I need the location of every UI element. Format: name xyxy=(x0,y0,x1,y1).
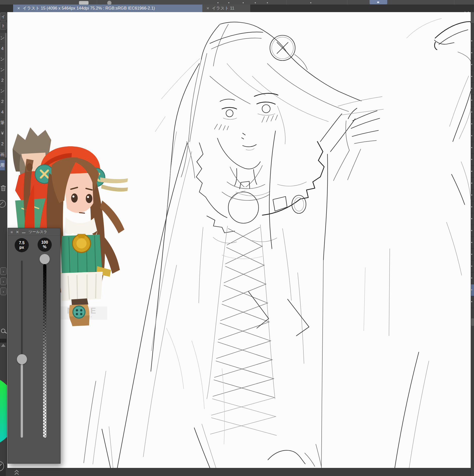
subtool-item[interactable]: ン xyxy=(0,33,5,43)
toolbar-divider xyxy=(347,0,347,5)
right-strip-cell[interactable] xyxy=(471,154,474,166)
right-strip-cell[interactable] xyxy=(471,118,474,130)
right-strip-cell[interactable] xyxy=(471,249,474,261)
triangle-icon xyxy=(1,344,6,347)
right-strip-cell[interactable] xyxy=(471,272,474,284)
menu-icon[interactable]: ≡ xyxy=(11,230,13,234)
right-strip-cell[interactable] xyxy=(471,261,474,272)
magnifier-icon[interactable] xyxy=(1,329,7,335)
close-icon[interactable]: ✕ xyxy=(16,230,19,234)
right-strip-cell[interactable] xyxy=(471,296,474,308)
close-icon[interactable]: ✕ xyxy=(17,7,20,10)
mini-value-field[interactable] xyxy=(0,339,6,343)
tab-illustration-15[interactable]: ✕ イラスト 15 (4096 x 5464px 144dpi 75.2% : … xyxy=(13,5,202,12)
toolbar-active-tool-button[interactable] xyxy=(370,0,387,4)
stepper-button-2[interactable]: ‹ xyxy=(0,277,7,285)
toolbar-divider xyxy=(454,0,454,5)
subtool-item[interactable]: ン xyxy=(0,54,5,64)
expand-up-icon[interactable] xyxy=(14,470,19,475)
right-palette-strip xyxy=(471,12,474,476)
sidebar-scrollbar[interactable] xyxy=(5,33,7,158)
brush-size-knob[interactable] xyxy=(17,354,27,364)
drawing-canvas[interactable]: NLINE o s t e xyxy=(7,12,471,468)
right-strip-cell[interactable] xyxy=(471,47,474,59)
palette-tab-2[interactable]: ト xyxy=(0,22,7,30)
opacity-value: 100 % xyxy=(38,238,52,252)
toolbar-button-fragment[interactable] xyxy=(79,1,89,5)
opacity-knob[interactable] xyxy=(40,254,50,264)
bottom-bar xyxy=(6,468,474,476)
toolbar-icon-fragment[interactable] xyxy=(228,2,229,3)
top-toolbar xyxy=(0,0,474,5)
tab-illustration-11[interactable]: ✕ イラスト 11 xyxy=(202,5,250,12)
subtool-item[interactable]: 4 xyxy=(0,43,5,54)
right-strip-cell[interactable] xyxy=(471,213,474,225)
close-icon[interactable]: ✕ xyxy=(206,7,209,10)
toolbar-icon-fragment[interactable] xyxy=(243,2,244,3)
right-strip-cell[interactable] xyxy=(471,284,474,296)
toolbar-icon-fragment[interactable] xyxy=(217,2,218,3)
minimize-icon[interactable] xyxy=(22,233,25,233)
subtool-list: ン4ンン2ン24筆¥2画用 xyxy=(0,33,5,171)
subtool-item[interactable]: 筆 xyxy=(0,118,5,128)
stepper-button-3[interactable]: ‹ xyxy=(0,288,7,295)
opacity-track[interactable] xyxy=(43,264,46,438)
right-strip-cell[interactable] xyxy=(471,71,474,83)
tool-slider-panel: ≡ ✕ ツールスラ 7.5 px 100 % xyxy=(8,228,61,464)
right-strip-scroll-top[interactable] xyxy=(471,12,474,23)
brush-size-value: 7.5 px xyxy=(15,238,29,252)
palette-tab-1[interactable]: イ xyxy=(0,13,7,21)
toolbar-icon-fragment[interactable] xyxy=(310,2,311,3)
brush-size-track[interactable] xyxy=(21,261,23,359)
subtool-item[interactable]: 画 xyxy=(0,149,5,160)
subtool-item[interactable]: 用 xyxy=(0,160,5,170)
right-strip-thumb[interactable] xyxy=(471,318,474,326)
toolbar-divider xyxy=(97,0,97,5)
right-strip-cell[interactable] xyxy=(471,35,474,47)
panel-header: ≡ ✕ ツールスラ xyxy=(8,228,60,236)
tab-label: イラスト 11 xyxy=(212,6,234,11)
right-strip-cell[interactable] xyxy=(471,225,474,237)
right-strip-cell[interactable] xyxy=(471,130,474,142)
right-strip-cell[interactable] xyxy=(471,59,474,71)
right-strip-cell[interactable] xyxy=(471,106,474,118)
stepper-button-1[interactable]: ‹ xyxy=(0,267,7,275)
right-strip-cell[interactable] xyxy=(471,189,474,201)
subtool-item[interactable]: ¥ xyxy=(0,128,5,138)
subtool-item[interactable]: 4 xyxy=(0,107,5,117)
right-strip-cell[interactable] xyxy=(471,178,474,189)
color-wheel[interactable] xyxy=(0,375,7,448)
subtool-item[interactable]: 2 xyxy=(0,96,5,107)
brush-size-track-fill[interactable] xyxy=(21,359,23,438)
tab-label: イラスト 15 (4096 x 5464px 144dpi 75.2% : RG… xyxy=(23,6,155,11)
subtool-item[interactable]: 2 xyxy=(0,139,5,149)
right-strip-cell[interactable] xyxy=(471,237,474,249)
right-strip-cell[interactable] xyxy=(471,83,474,95)
slashed-circle-icon[interactable] xyxy=(0,200,6,208)
toolbar-divider xyxy=(287,0,287,5)
panel-title: ツールスラ xyxy=(29,230,47,234)
toolbar-icon-fragment[interactable] xyxy=(267,2,268,3)
toolbar-icon-fragment[interactable] xyxy=(255,2,256,3)
right-strip-cell[interactable] xyxy=(471,95,474,106)
subtool-item[interactable]: ン xyxy=(0,86,5,96)
right-strip-cell[interactable] xyxy=(471,142,474,154)
right-strip-cell[interactable] xyxy=(471,166,474,178)
right-strip-cell[interactable] xyxy=(471,201,474,213)
document-tab-bar: ✕ イラスト 15 (4096 x 5464px 144dpi 75.2% : … xyxy=(0,5,474,12)
subtool-item[interactable]: ン xyxy=(0,65,5,75)
clip-studio-paint-window: ✕ イラスト 15 (4096 x 5464px 144dpi 75.2% : … xyxy=(0,0,474,476)
subtool-sidebar: イ ト ン4ンン2ン24筆¥2画用 ‹ ‹ ‹ xyxy=(0,12,7,476)
trash-icon[interactable] xyxy=(1,185,6,191)
subtool-item[interactable]: 2 xyxy=(0,75,5,86)
right-strip-cells xyxy=(471,35,474,308)
